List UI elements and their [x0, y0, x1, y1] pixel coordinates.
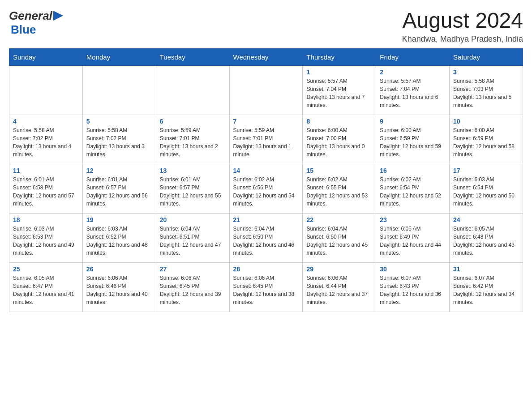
day-number: 27: [160, 265, 226, 273]
calendar-table: Sunday Monday Tuesday Wednesday Thursday…: [9, 48, 523, 312]
day-info: Sunrise: 6:02 AM Sunset: 6:55 PM Dayligh…: [306, 176, 372, 208]
col-friday: Friday: [376, 48, 450, 65]
day-info: Sunrise: 6:00 AM Sunset: 6:59 PM Dayligh…: [380, 126, 446, 158]
day-info: Sunrise: 6:02 AM Sunset: 6:56 PM Dayligh…: [233, 176, 299, 208]
day-number: 16: [380, 167, 446, 174]
day-number: 6: [160, 118, 226, 125]
logo-general-text: General: [9, 9, 52, 23]
table-row: 4Sunrise: 5:58 AM Sunset: 7:02 PM Daylig…: [9, 115, 83, 164]
day-number: 29: [306, 265, 372, 273]
day-number: 7: [233, 118, 299, 125]
table-row: 20Sunrise: 6:04 AM Sunset: 6:51 PM Dayli…: [156, 213, 229, 262]
table-row: 15Sunrise: 6:02 AM Sunset: 6:55 PM Dayli…: [303, 164, 376, 213]
day-info: Sunrise: 6:07 AM Sunset: 6:42 PM Dayligh…: [453, 274, 519, 306]
table-row: 21Sunrise: 6:04 AM Sunset: 6:50 PM Dayli…: [229, 213, 303, 262]
logo-blue-text: Blue: [11, 23, 36, 36]
day-info: Sunrise: 6:04 AM Sunset: 6:50 PM Dayligh…: [306, 225, 372, 257]
day-number: 13: [160, 167, 226, 174]
table-row: 6Sunrise: 5:59 AM Sunset: 7:01 PM Daylig…: [156, 115, 229, 164]
day-number: 9: [380, 118, 446, 125]
table-row: 23Sunrise: 6:05 AM Sunset: 6:49 PM Dayli…: [376, 213, 450, 262]
day-number: 31: [453, 265, 519, 273]
table-row: 10Sunrise: 6:00 AM Sunset: 6:59 PM Dayli…: [450, 115, 523, 164]
calendar-title: August 2024: [402, 9, 523, 33]
table-row: 11Sunrise: 6:01 AM Sunset: 6:58 PM Dayli…: [9, 164, 83, 213]
table-row: 27Sunrise: 6:06 AM Sunset: 6:45 PM Dayli…: [156, 262, 229, 312]
day-number: 28: [233, 265, 299, 273]
day-info: Sunrise: 5:59 AM Sunset: 7:01 PM Dayligh…: [233, 126, 299, 158]
table-row: 28Sunrise: 6:06 AM Sunset: 6:45 PM Dayli…: [229, 262, 303, 312]
table-row: 31Sunrise: 6:07 AM Sunset: 6:42 PM Dayli…: [450, 262, 523, 312]
col-thursday: Thursday: [303, 48, 376, 65]
table-row: 3Sunrise: 5:58 AM Sunset: 7:03 PM Daylig…: [450, 65, 523, 115]
logo-triangle-icon: [53, 11, 63, 21]
day-info: Sunrise: 6:03 AM Sunset: 6:54 PM Dayligh…: [453, 176, 519, 208]
table-row: [9, 65, 83, 115]
table-row: 18Sunrise: 6:03 AM Sunset: 6:53 PM Dayli…: [9, 213, 83, 262]
table-row: 14Sunrise: 6:02 AM Sunset: 6:56 PM Dayli…: [229, 164, 303, 213]
day-info: Sunrise: 5:59 AM Sunset: 7:01 PM Dayligh…: [160, 126, 226, 158]
calendar-week-row: 25Sunrise: 6:05 AM Sunset: 6:47 PM Dayli…: [9, 262, 523, 312]
day-number: 22: [306, 216, 372, 223]
title-section: August 2024 Khandwa, Madhya Pradesh, Ind…: [402, 9, 523, 44]
day-number: 11: [13, 167, 79, 174]
table-row: 16Sunrise: 6:02 AM Sunset: 6:54 PM Dayli…: [376, 164, 450, 213]
day-info: Sunrise: 6:01 AM Sunset: 6:57 PM Dayligh…: [86, 176, 152, 208]
col-wednesday: Wednesday: [229, 48, 303, 65]
table-row: 7Sunrise: 5:59 AM Sunset: 7:01 PM Daylig…: [229, 115, 303, 164]
day-number: 21: [233, 216, 299, 223]
day-number: 18: [13, 216, 79, 223]
day-info: Sunrise: 6:00 AM Sunset: 6:59 PM Dayligh…: [453, 126, 519, 158]
day-info: Sunrise: 6:05 AM Sunset: 6:48 PM Dayligh…: [453, 225, 519, 257]
calendar-location: Khandwa, Madhya Pradesh, India: [402, 34, 523, 44]
calendar-week-row: 4Sunrise: 5:58 AM Sunset: 7:02 PM Daylig…: [9, 115, 523, 164]
table-row: 17Sunrise: 6:03 AM Sunset: 6:54 PM Dayli…: [450, 164, 523, 213]
day-info: Sunrise: 6:06 AM Sunset: 6:45 PM Dayligh…: [233, 274, 299, 306]
day-number: 8: [306, 118, 372, 125]
col-sunday: Sunday: [9, 48, 83, 65]
day-info: Sunrise: 6:03 AM Sunset: 6:52 PM Dayligh…: [86, 225, 152, 257]
col-tuesday: Tuesday: [156, 48, 229, 65]
day-number: 30: [380, 265, 446, 273]
day-info: Sunrise: 6:00 AM Sunset: 7:00 PM Dayligh…: [306, 126, 372, 158]
day-info: Sunrise: 6:02 AM Sunset: 6:54 PM Dayligh…: [380, 176, 446, 208]
table-row: 9Sunrise: 6:00 AM Sunset: 6:59 PM Daylig…: [376, 115, 450, 164]
day-number: 5: [86, 118, 152, 125]
day-number: 19: [86, 216, 152, 223]
day-number: 15: [306, 167, 372, 174]
table-row: 8Sunrise: 6:00 AM Sunset: 7:00 PM Daylig…: [303, 115, 376, 164]
col-monday: Monday: [82, 48, 156, 65]
day-info: Sunrise: 5:57 AM Sunset: 7:04 PM Dayligh…: [306, 77, 372, 109]
day-number: 14: [233, 167, 299, 174]
table-row: [156, 65, 229, 115]
day-info: Sunrise: 6:05 AM Sunset: 6:49 PM Dayligh…: [380, 225, 446, 257]
day-number: 24: [453, 216, 519, 223]
day-number: 12: [86, 167, 152, 174]
table-row: 19Sunrise: 6:03 AM Sunset: 6:52 PM Dayli…: [82, 213, 156, 262]
day-number: 17: [453, 167, 519, 174]
day-info: Sunrise: 6:06 AM Sunset: 6:45 PM Dayligh…: [160, 274, 226, 306]
table-row: 29Sunrise: 6:06 AM Sunset: 6:44 PM Dayli…: [303, 262, 376, 312]
day-number: 25: [13, 265, 79, 273]
table-row: [82, 65, 156, 115]
table-row: [229, 65, 303, 115]
day-info: Sunrise: 6:04 AM Sunset: 6:50 PM Dayligh…: [233, 225, 299, 257]
day-info: Sunrise: 6:01 AM Sunset: 6:58 PM Dayligh…: [13, 176, 79, 208]
table-row: 1Sunrise: 5:57 AM Sunset: 7:04 PM Daylig…: [303, 65, 376, 115]
day-info: Sunrise: 6:05 AM Sunset: 6:47 PM Dayligh…: [13, 274, 79, 306]
col-saturday: Saturday: [450, 48, 523, 65]
day-info: Sunrise: 5:57 AM Sunset: 7:04 PM Dayligh…: [380, 77, 446, 109]
day-info: Sunrise: 5:58 AM Sunset: 7:02 PM Dayligh…: [86, 126, 152, 158]
day-number: 1: [306, 68, 372, 76]
table-row: 30Sunrise: 6:07 AM Sunset: 6:43 PM Dayli…: [376, 262, 450, 312]
calendar-week-row: 11Sunrise: 6:01 AM Sunset: 6:58 PM Dayli…: [9, 164, 523, 213]
day-number: 10: [453, 118, 519, 125]
day-info: Sunrise: 5:58 AM Sunset: 7:02 PM Dayligh…: [13, 126, 79, 158]
day-info: Sunrise: 6:06 AM Sunset: 6:46 PM Dayligh…: [86, 274, 152, 306]
day-info: Sunrise: 6:03 AM Sunset: 6:53 PM Dayligh…: [13, 225, 79, 257]
table-row: 12Sunrise: 6:01 AM Sunset: 6:57 PM Dayli…: [82, 164, 156, 213]
page-header: General Blue August 2024 Khandwa, Madhya…: [9, 9, 523, 44]
logo: General Blue: [9, 9, 63, 37]
day-number: 20: [160, 216, 226, 223]
table-row: 2Sunrise: 5:57 AM Sunset: 7:04 PM Daylig…: [376, 65, 450, 115]
